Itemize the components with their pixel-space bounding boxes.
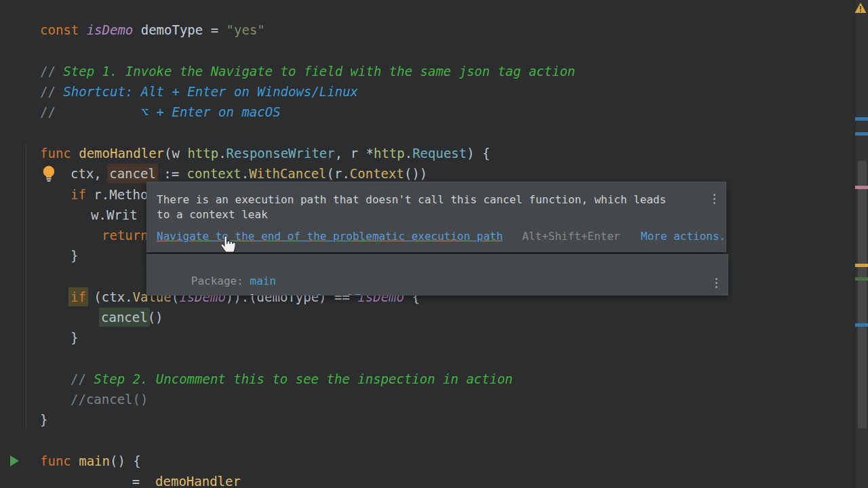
tooltip-message-line2: to a context leak bbox=[157, 208, 268, 222]
code-token: _ bbox=[101, 474, 132, 488]
code-line[interactable]: w.Writ bbox=[91, 205, 138, 225]
shortcut-hint: Alt+Shift+Enter bbox=[522, 230, 620, 243]
code-token: isDemo bbox=[87, 22, 134, 37]
code-token: Step 1. Invoke the Navigate to field wit… bbox=[63, 64, 575, 79]
scrollbar-mark[interactable] bbox=[855, 186, 868, 189]
code-line[interactable]: } bbox=[40, 409, 47, 430]
code-token: Shortcut: Alt + Enter on Windows/Linux bbox=[63, 84, 358, 99]
tooltip-action-row: Navigate to the end of the problematic e… bbox=[157, 230, 726, 245]
code-token: . bbox=[241, 166, 249, 181]
code-token: () bbox=[148, 310, 163, 325]
code-token: (r. bbox=[327, 166, 350, 181]
code-token: // bbox=[40, 64, 63, 79]
code-token: "yes" bbox=[226, 22, 265, 37]
tooltip-message-line1: There is an execution path that doesn't … bbox=[157, 193, 666, 207]
code-token: //cancel() bbox=[71, 392, 148, 407]
code-token: cancel bbox=[107, 164, 158, 183]
code-token: context bbox=[187, 166, 241, 181]
code-line[interactable]: const isDemo demoType = "yes" bbox=[40, 20, 265, 40]
code-token: := bbox=[156, 166, 187, 181]
code-line[interactable]: ctx, cancel := context.WithCancel(r.Cont… bbox=[71, 163, 427, 184]
code-token: if bbox=[68, 287, 88, 306]
code-token: } bbox=[40, 412, 47, 427]
more-actions-link[interactable]: More actions... bbox=[641, 230, 726, 243]
run-gutter-icon[interactable] bbox=[9, 455, 20, 470]
var-keyword: var bbox=[191, 292, 211, 296]
code-token: http bbox=[374, 146, 405, 161]
code-token: Step 2. Uncomment this to see the inspec… bbox=[94, 371, 513, 386]
code-line[interactable]: cancel() bbox=[101, 307, 163, 327]
code-token: http bbox=[187, 146, 218, 161]
intention-lightbulb-icon[interactable] bbox=[41, 165, 56, 186]
var-name: cancel bbox=[211, 292, 263, 296]
scrollbar-mark[interactable] bbox=[855, 264, 868, 267]
code-token: } bbox=[71, 248, 78, 263]
scrollbar-mark[interactable] bbox=[855, 277, 868, 281]
code-token: return bbox=[102, 228, 149, 243]
code-token: // bbox=[40, 104, 56, 119]
code-token: main bbox=[79, 453, 110, 468]
code-token: = bbox=[132, 474, 155, 488]
code-token: // bbox=[40, 84, 63, 99]
code-token: cancel bbox=[99, 308, 150, 327]
code-token: demoType bbox=[133, 22, 203, 37]
code-token: r.Metho bbox=[86, 187, 149, 202]
code-token: const bbox=[40, 22, 87, 37]
scrollbar-mark[interactable] bbox=[855, 132, 868, 136]
code-line[interactable]: if r.Metho bbox=[71, 184, 148, 205]
var-type: context.CancelFunc bbox=[263, 292, 380, 296]
editor-background[interactable]: const isDemo demoType = "yes"// Step 1. … bbox=[0, 0, 868, 488]
code-line[interactable]: //cancel() bbox=[71, 389, 148, 409]
code-token: () { bbox=[110, 453, 141, 468]
scrollbar-thumb[interactable] bbox=[858, 161, 867, 428]
code-token: (w bbox=[164, 146, 187, 161]
code-line[interactable]: // ⌥ + Enter on macOS bbox=[40, 102, 281, 122]
code-token: ResponseWriter bbox=[226, 146, 335, 161]
code-line[interactable]: return bbox=[102, 225, 149, 245]
code-token: demoHandler bbox=[155, 474, 241, 488]
code-line[interactable]: // Shortcut: Alt + Enter on Windows/Linu… bbox=[40, 81, 358, 102]
code-token: ctx, bbox=[71, 166, 109, 181]
code-line[interactable]: // Step 2. Uncomment this to see the ins… bbox=[71, 369, 513, 389]
code-token: w.Writ bbox=[91, 207, 138, 222]
code-line[interactable]: func demoHandler(w http.ResponseWriter, … bbox=[40, 143, 490, 163]
code-token: Request bbox=[412, 146, 467, 161]
code-token: } bbox=[71, 330, 78, 345]
code-token: demoHandler bbox=[79, 146, 164, 161]
code-token: WithCancel bbox=[249, 166, 326, 181]
scrollbar-mark[interactable] bbox=[855, 117, 868, 121]
code-line[interactable]: // Step 1. Invoke the Navigate to field … bbox=[40, 61, 575, 81]
code-token: Context bbox=[350, 166, 404, 181]
code-token: func bbox=[40, 146, 79, 161]
code-line[interactable]: func main() { bbox=[40, 451, 141, 471]
code-token: . bbox=[405, 146, 412, 161]
code-line[interactable]: _ = demoHandler bbox=[101, 471, 241, 488]
code-token: . bbox=[218, 146, 226, 161]
code-token: func bbox=[40, 453, 79, 468]
code-token: (ctx. bbox=[86, 289, 133, 304]
code-line[interactable]: } bbox=[71, 327, 78, 348]
scrollbar[interactable] bbox=[856, 0, 868, 488]
code-token: , r * bbox=[335, 146, 374, 161]
scrollbar-mark[interactable] bbox=[855, 323, 868, 327]
code-line[interactable]: } bbox=[71, 245, 78, 266]
kebab-menu-icon[interactable] bbox=[715, 278, 718, 288]
mouse-cursor bbox=[221, 236, 235, 255]
code-token: ⌥ + Enter on macOS bbox=[56, 104, 281, 119]
code-token: ()) bbox=[404, 166, 427, 181]
code-token: if bbox=[71, 187, 86, 202]
navigate-to-problem-link[interactable]: Navigate to the end of the problematic e… bbox=[157, 230, 503, 243]
code-token: ) { bbox=[467, 146, 490, 161]
quick-doc-popup: Package: main var cancel context.CancelF… bbox=[146, 254, 728, 296]
var-declaration-row: var cancel context.CancelFunc bbox=[152, 277, 380, 296]
kebab-menu-icon[interactable] bbox=[713, 194, 716, 204]
code-token: = bbox=[203, 22, 226, 37]
code-token: // bbox=[71, 371, 94, 386]
